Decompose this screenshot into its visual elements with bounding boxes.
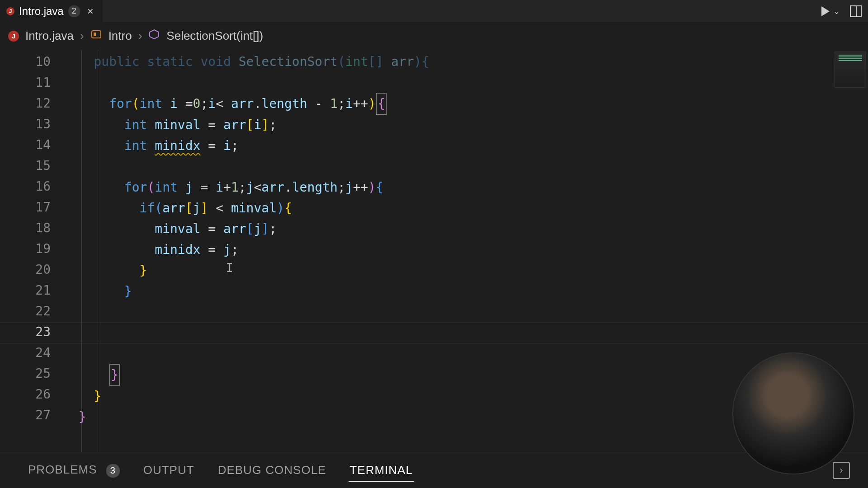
tab-debug-console[interactable]: DEBUG CONSOLE — [217, 454, 327, 486]
tab-output[interactable]: OUTPUT — [142, 454, 195, 486]
breadcrumb-class[interactable]: Intro — [108, 29, 132, 43]
line-number: 10 — [0, 52, 51, 72]
svg-text:J: J — [9, 8, 12, 14]
line-number: 20 — [0, 259, 51, 280]
code-line: } — [63, 386, 868, 407]
tab-label: PROBLEMS — [28, 463, 97, 476]
line-number: 17 — [0, 197, 51, 218]
breadcrumb-file[interactable]: Intro.java — [25, 29, 74, 43]
code-line: } — [63, 364, 868, 386]
code-area[interactable]: public static void SelectionSort(int[] a… — [63, 50, 868, 452]
tab-filename: Intro.java — [19, 5, 64, 18]
run-icon[interactable] — [821, 6, 830, 16]
code-line — [63, 156, 868, 177]
bottom-panel: PROBLEMS 3 OUTPUT DEBUG CONSOLE TERMINAL… — [0, 452, 868, 488]
class-icon — [90, 28, 102, 43]
editor-actions: ⌄ — [815, 0, 868, 22]
line-number: 12 — [0, 93, 51, 114]
tab-problem-badge: 2 — [68, 5, 80, 17]
svg-rect-2 — [92, 31, 101, 38]
line-number: 24 — [0, 343, 51, 363]
java-file-icon: J — [6, 7, 14, 15]
code-line: for(int j = i+1;j<arr.length;j++){ — [63, 177, 868, 198]
chevron-right-icon: › — [138, 29, 142, 43]
line-number: 15 — [0, 155, 51, 176]
tab-terminal[interactable]: TERMINAL — [349, 454, 413, 486]
line-number: 11 — [0, 72, 51, 93]
line-number: 25 — [0, 363, 51, 384]
file-tab-intro[interactable]: J Intro.java 2 × — [0, 0, 103, 22]
code-line: } — [63, 407, 868, 427]
code-line: for(int i =0;i< arr.length - 1;i++){ — [63, 93, 868, 115]
split-editor-icon[interactable] — [850, 5, 862, 17]
breadcrumb: J Intro.java › Intro › SelectionSort(int… — [0, 23, 868, 50]
java-file-icon: J — [8, 31, 19, 42]
line-number: 16 — [0, 176, 51, 197]
code-line — [63, 302, 868, 323]
run-menu-chevron-icon[interactable]: ⌄ — [833, 6, 840, 16]
svg-text:J: J — [12, 32, 15, 40]
close-tab-button[interactable]: × — [87, 5, 94, 18]
line-number: 18 — [0, 218, 51, 239]
code-line: if(arr[j] < minval){ — [63, 198, 868, 219]
code-line: public static void SelectionSort(int[] a… — [63, 52, 868, 72]
line-number: 13 — [0, 114, 51, 135]
chevron-right-icon: › — [840, 465, 843, 476]
code-line: int minidx = i; — [63, 136, 868, 156]
code-line: } — [63, 260, 868, 281]
line-number: 19 — [0, 239, 51, 259]
code-line: minval = arr[j]; — [63, 219, 868, 239]
line-number: 14 — [0, 135, 51, 155]
code-line: } — [63, 281, 868, 302]
code-line — [63, 323, 868, 343]
breadcrumb-method[interactable]: SelectionSort(int[]) — [166, 29, 263, 43]
method-icon — [148, 28, 160, 43]
tab-problems[interactable]: PROBLEMS 3 — [27, 454, 121, 487]
show-more-button[interactable]: › — [833, 462, 850, 479]
line-number: 22 — [0, 301, 51, 322]
line-number-gutter: 10 11 12 13 14 15 16 17 18 19 20 21 22 2… — [0, 50, 63, 452]
problems-count-badge: 3 — [106, 464, 120, 478]
svg-rect-3 — [94, 33, 96, 36]
code-line — [63, 343, 868, 364]
code-line: minidx = j; — [63, 239, 868, 260]
line-number: 21 — [0, 280, 51, 301]
tab-strip: J Intro.java 2 × ⌄ — [0, 0, 868, 23]
chevron-right-icon: › — [80, 29, 84, 43]
line-number: 26 — [0, 384, 51, 405]
code-editor[interactable]: 10 11 12 13 14 15 16 17 18 19 20 21 22 2… — [0, 50, 868, 452]
code-line: int minval = arr[i]; — [63, 115, 868, 136]
line-number: 27 — [0, 405, 51, 426]
code-line — [63, 72, 868, 93]
